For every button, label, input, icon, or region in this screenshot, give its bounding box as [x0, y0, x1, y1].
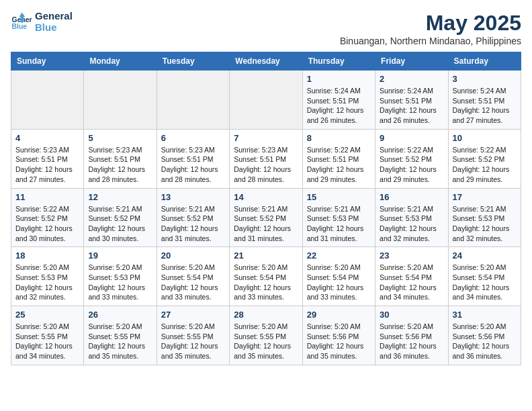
day-number: 14: [234, 192, 298, 202]
day-info: Sunrise: 5:21 AM Sunset: 5:52 PM Dayligh…: [88, 204, 152, 244]
weekday-header-wednesday: Wednesday: [230, 52, 302, 71]
calendar-cell: 15Sunrise: 5:21 AM Sunset: 5:53 PM Dayli…: [302, 188, 375, 247]
calendar-cell: 20Sunrise: 5:20 AM Sunset: 5:54 PM Dayli…: [157, 247, 229, 306]
calendar-cell: 7Sunrise: 5:23 AM Sunset: 5:51 PM Daylig…: [230, 129, 302, 188]
calendar-cell: 19Sunrise: 5:20 AM Sunset: 5:53 PM Dayli…: [84, 247, 157, 306]
calendar-header: SundayMondayTuesdayWednesdayThursdayFrid…: [11, 52, 521, 71]
calendar-cell: [157, 71, 229, 130]
calendar-week-2: 4Sunrise: 5:23 AM Sunset: 5:51 PM Daylig…: [11, 129, 521, 188]
calendar-cell: 29Sunrise: 5:20 AM Sunset: 5:56 PM Dayli…: [302, 306, 375, 365]
month-title: May 2025: [340, 11, 521, 36]
calendar-cell: 13Sunrise: 5:21 AM Sunset: 5:52 PM Dayli…: [157, 188, 229, 247]
day-number: 11: [15, 192, 79, 202]
calendar-cell: 31Sunrise: 5:20 AM Sunset: 5:56 PM Dayli…: [448, 306, 521, 365]
day-info: Sunrise: 5:24 AM Sunset: 5:51 PM Dayligh…: [380, 86, 443, 126]
day-number: 17: [453, 192, 517, 202]
calendar-week-4: 18Sunrise: 5:20 AM Sunset: 5:53 PM Dayli…: [11, 247, 521, 306]
location-title: Binuangan, Northern Mindanao, Philippine…: [340, 36, 521, 46]
calendar-cell: 4Sunrise: 5:23 AM Sunset: 5:51 PM Daylig…: [11, 129, 84, 188]
day-info: Sunrise: 5:22 AM Sunset: 5:52 PM Dayligh…: [453, 145, 517, 185]
logo-icon: General Blue: [11, 11, 32, 33]
day-number: 13: [161, 192, 225, 202]
day-number: 26: [88, 310, 152, 320]
day-number: 5: [88, 133, 152, 143]
day-info: Sunrise: 5:20 AM Sunset: 5:54 PM Dayligh…: [307, 263, 371, 302]
calendar-cell: 9Sunrise: 5:22 AM Sunset: 5:52 PM Daylig…: [375, 129, 448, 188]
calendar-cell: 12Sunrise: 5:21 AM Sunset: 5:52 PM Dayli…: [84, 188, 157, 247]
day-number: 21: [234, 250, 298, 261]
calendar-cell: 26Sunrise: 5:20 AM Sunset: 5:55 PM Dayli…: [84, 306, 157, 365]
calendar-cell: 27Sunrise: 5:20 AM Sunset: 5:55 PM Dayli…: [157, 306, 229, 365]
day-info: Sunrise: 5:23 AM Sunset: 5:51 PM Dayligh…: [15, 145, 79, 185]
day-number: 2: [380, 74, 443, 84]
day-number: 27: [161, 310, 225, 320]
weekday-header-monday: Monday: [84, 52, 157, 71]
day-info: Sunrise: 5:21 AM Sunset: 5:52 PM Dayligh…: [161, 204, 225, 244]
day-info: Sunrise: 5:23 AM Sunset: 5:51 PM Dayligh…: [161, 145, 225, 185]
day-number: 1: [307, 74, 371, 84]
day-number: 28: [234, 310, 298, 320]
weekday-header-saturday: Saturday: [448, 52, 521, 71]
day-number: 8: [307, 133, 371, 143]
day-info: Sunrise: 5:20 AM Sunset: 5:54 PM Dayligh…: [161, 263, 225, 302]
day-number: 4: [15, 133, 79, 143]
calendar-cell: 21Sunrise: 5:20 AM Sunset: 5:54 PM Dayli…: [230, 247, 302, 306]
day-info: Sunrise: 5:20 AM Sunset: 5:55 PM Dayligh…: [88, 322, 152, 361]
calendar-cell: 25Sunrise: 5:20 AM Sunset: 5:55 PM Dayli…: [11, 306, 84, 365]
page-header: General Blue General Blue May 2025 Binua…: [11, 11, 521, 46]
day-number: 24: [453, 250, 517, 261]
day-number: 25: [15, 310, 79, 320]
day-number: 29: [307, 310, 371, 320]
day-number: 23: [380, 250, 443, 261]
calendar-cell: 8Sunrise: 5:22 AM Sunset: 5:51 PM Daylig…: [302, 129, 375, 188]
weekday-header-sunday: Sunday: [11, 52, 84, 71]
day-info: Sunrise: 5:22 AM Sunset: 5:51 PM Dayligh…: [307, 145, 371, 185]
day-info: Sunrise: 5:23 AM Sunset: 5:51 PM Dayligh…: [88, 145, 152, 185]
day-info: Sunrise: 5:20 AM Sunset: 5:55 PM Dayligh…: [161, 322, 225, 361]
calendar-cell: [230, 71, 302, 130]
day-info: Sunrise: 5:22 AM Sunset: 5:52 PM Dayligh…: [15, 204, 79, 244]
logo-text-blue: Blue: [35, 22, 73, 34]
day-number: 22: [307, 250, 371, 261]
day-info: Sunrise: 5:24 AM Sunset: 5:51 PM Dayligh…: [453, 86, 517, 126]
calendar-cell: [84, 71, 157, 130]
day-number: 16: [380, 192, 443, 202]
day-info: Sunrise: 5:20 AM Sunset: 5:53 PM Dayligh…: [88, 263, 152, 302]
day-number: 18: [15, 250, 79, 261]
calendar-cell: 30Sunrise: 5:20 AM Sunset: 5:56 PM Dayli…: [375, 306, 448, 365]
logo: General Blue General Blue: [11, 11, 73, 33]
day-info: Sunrise: 5:21 AM Sunset: 5:53 PM Dayligh…: [380, 204, 443, 244]
calendar-cell: 11Sunrise: 5:22 AM Sunset: 5:52 PM Dayli…: [11, 188, 84, 247]
calendar-cell: 6Sunrise: 5:23 AM Sunset: 5:51 PM Daylig…: [157, 129, 229, 188]
day-info: Sunrise: 5:20 AM Sunset: 5:55 PM Dayligh…: [15, 322, 79, 361]
day-info: Sunrise: 5:20 AM Sunset: 5:55 PM Dayligh…: [234, 322, 298, 361]
calendar-cell: 14Sunrise: 5:21 AM Sunset: 5:52 PM Dayli…: [230, 188, 302, 247]
day-number: 7: [234, 133, 298, 143]
svg-text:Blue: Blue: [12, 23, 28, 30]
calendar-cell: 17Sunrise: 5:21 AM Sunset: 5:53 PM Dayli…: [448, 188, 521, 247]
calendar-cell: 3Sunrise: 5:24 AM Sunset: 5:51 PM Daylig…: [448, 71, 521, 130]
day-info: Sunrise: 5:20 AM Sunset: 5:54 PM Dayligh…: [380, 263, 443, 302]
day-number: 19: [88, 250, 152, 261]
weekday-header-thursday: Thursday: [302, 52, 375, 71]
title-block: May 2025 Binuangan, Northern Mindanao, P…: [340, 11, 521, 46]
day-info: Sunrise: 5:23 AM Sunset: 5:51 PM Dayligh…: [234, 145, 298, 185]
day-number: 31: [453, 310, 517, 320]
calendar-week-5: 25Sunrise: 5:20 AM Sunset: 5:55 PM Dayli…: [11, 306, 521, 365]
calendar-cell: 1Sunrise: 5:24 AM Sunset: 5:51 PM Daylig…: [302, 71, 375, 130]
day-info: Sunrise: 5:20 AM Sunset: 5:53 PM Dayligh…: [15, 263, 79, 302]
calendar-cell: [11, 71, 84, 130]
day-number: 3: [453, 74, 517, 84]
calendar-cell: 23Sunrise: 5:20 AM Sunset: 5:54 PM Dayli…: [375, 247, 448, 306]
day-info: Sunrise: 5:21 AM Sunset: 5:53 PM Dayligh…: [453, 204, 517, 244]
calendar-cell: 2Sunrise: 5:24 AM Sunset: 5:51 PM Daylig…: [375, 71, 448, 130]
calendar-cell: 10Sunrise: 5:22 AM Sunset: 5:52 PM Dayli…: [448, 129, 521, 188]
day-info: Sunrise: 5:24 AM Sunset: 5:51 PM Dayligh…: [307, 86, 371, 126]
calendar-cell: 22Sunrise: 5:20 AM Sunset: 5:54 PM Dayli…: [302, 247, 375, 306]
day-number: 9: [380, 133, 443, 143]
logo-text-general: General: [35, 11, 73, 22]
day-number: 15: [307, 192, 371, 202]
day-info: Sunrise: 5:20 AM Sunset: 5:56 PM Dayligh…: [307, 322, 371, 361]
day-info: Sunrise: 5:21 AM Sunset: 5:52 PM Dayligh…: [234, 204, 298, 244]
day-info: Sunrise: 5:20 AM Sunset: 5:54 PM Dayligh…: [453, 263, 517, 302]
